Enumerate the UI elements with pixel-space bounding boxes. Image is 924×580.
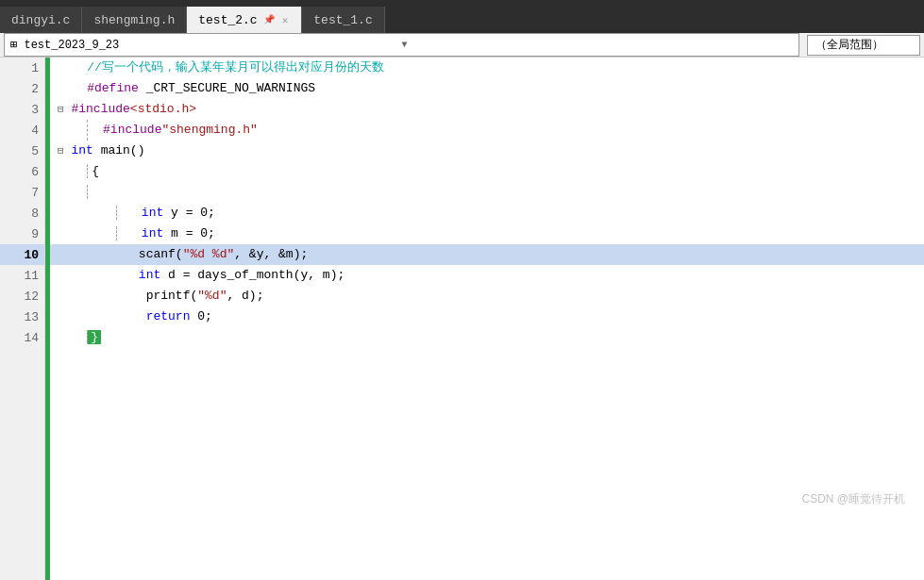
tab-test2[interactable]: test_2.c 📌 ✕ <box>187 7 302 33</box>
code-line-empty-6 <box>50 452 924 472</box>
function-bar: ⊞ test_2023_9_23 ▼ （全局范围） <box>0 33 924 58</box>
line-8: 8 <box>0 203 44 224</box>
include1-keyword: #include <box>64 99 130 120</box>
indent-12 <box>58 286 146 307</box>
var-d: d = days_of_month(y, m); <box>160 265 344 286</box>
printf-func: printf( <box>146 286 198 307</box>
var-m: m = 0; <box>163 224 215 244</box>
tab-test1[interactable]: test_1.c <box>302 7 384 33</box>
line-4: 4 <box>0 120 44 141</box>
close-icon[interactable]: ✕ <box>280 14 291 26</box>
scanf-args: , &y, &m); <box>234 244 308 265</box>
indent-8 <box>58 203 119 224</box>
line-14: 14 <box>0 327 44 348</box>
function-name: ⊞ test_2023_9_23 <box>10 38 402 52</box>
pin-icon: 📌 <box>263 14 275 25</box>
line-12: 12 <box>0 286 44 307</box>
tab-test1-label: test_1.c <box>313 13 372 27</box>
fold-icon-3: ⊟ <box>58 99 64 120</box>
tab-shengming-label: shengming.h <box>93 13 175 27</box>
int-keyword-8: int <box>119 203 163 224</box>
code-line-6: { <box>50 161 924 182</box>
line-numbers: 1 2 3 4 5 6 7 8 9 10 11 12 13 14 <box>0 58 45 580</box>
code-line-empty-3 <box>50 389 924 410</box>
line-3: 3 <box>0 99 44 120</box>
line-13: 13 <box>0 307 44 327</box>
indent-13 <box>58 307 146 327</box>
indent-9 <box>58 224 119 244</box>
code-line-13: return 0; <box>50 307 924 327</box>
line-11: 11 <box>0 265 44 286</box>
int-keyword-5: int <box>64 141 93 161</box>
code-line-8: int y = 0; <box>50 203 924 224</box>
tab-shengming[interactable]: shengming.h <box>82 7 187 33</box>
code-line-10: scanf( "%d %d" , &y, &m); <box>50 244 924 265</box>
line-2: 2 <box>0 78 44 99</box>
code-line-empty-1 <box>50 348 924 369</box>
int-keyword-9: int <box>119 224 163 244</box>
scanf-format: "%d %d" <box>183 244 235 265</box>
code-line-2: #define _CRT_SECURE_NO_WARNINGS <box>50 78 924 99</box>
code-line-empty-4 <box>50 410 924 431</box>
code-line-12: printf( "%d" , d); <box>50 286 924 307</box>
editor-area: 1 2 3 4 5 6 7 8 9 10 11 12 13 14 //写一个代码… <box>0 58 924 580</box>
indent-pipe-4 <box>58 120 87 141</box>
watermark-text: CSDN @睡觉待开机 <box>801 491 905 507</box>
empty-line-7 <box>58 182 99 203</box>
comment-text-1: //写一个代码，输入某年某月可以得出对应月份的天数 <box>58 58 384 78</box>
scope-label: （全局范围） <box>815 37 883 53</box>
include2-keyword: #include <box>95 120 161 141</box>
dropdown-arrow-icon: ▼ <box>402 40 794 50</box>
line-1: 1 <box>0 58 44 78</box>
line-10: 10 <box>0 244 44 265</box>
close-brace: } <box>58 327 101 348</box>
block-indent-4 <box>87 120 95 141</box>
code-line-1: //写一个代码，输入某年某月可以得出对应月份的天数 <box>50 58 924 78</box>
printf-format: "%d" <box>197 286 227 307</box>
code-line-14: } <box>50 327 924 348</box>
line-6: 6 <box>0 161 44 182</box>
tab-dingyi[interactable]: dingyi.c <box>0 7 82 33</box>
code-line-4: #include "shengming.h" <box>50 120 924 141</box>
code-line-5: ⊟ int main() <box>50 141 924 161</box>
open-brace: { <box>58 161 99 182</box>
line-7: 7 <box>0 182 44 203</box>
indent-11 <box>58 265 116 286</box>
scope-dropdown[interactable]: （全局范围） <box>807 35 920 56</box>
code-line-empty-5 <box>50 431 924 452</box>
line-5: 5 <box>0 141 44 161</box>
int-keyword-11: int <box>116 265 160 286</box>
code-content[interactable]: //写一个代码，输入某年某月可以得出对应月份的天数 #define _CRT_S… <box>50 58 924 580</box>
fold-icon-5: ⊟ <box>58 141 64 161</box>
tab-bar: dingyi.c shengming.h test_2.c 📌 ✕ test_1… <box>0 0 924 33</box>
tab-test2-label: test_2.c <box>198 13 257 27</box>
indent-10 <box>58 244 139 265</box>
include2-path: "shengming.h" <box>161 120 257 141</box>
code-line-11: int d = days_of_month(y, m); <box>50 265 924 286</box>
define-value: _CRT_SECURE_NO_WARNINGS <box>139 78 315 99</box>
define-keyword: #define <box>58 78 139 99</box>
tab-dingyi-label: dingyi.c <box>11 13 70 27</box>
include1-path: <stdio.h> <box>130 99 196 120</box>
code-line-7 <box>50 182 924 203</box>
watermark-container: CSDN @睡觉待开机 <box>50 472 924 517</box>
code-line-3: ⊟ #include <stdio.h> <box>50 99 924 120</box>
return-val: 0; <box>190 307 211 327</box>
main-func: main() <box>93 141 145 161</box>
function-dropdown[interactable]: ⊞ test_2023_9_23 ▼ <box>4 33 799 57</box>
return-keyword: return <box>146 307 191 327</box>
line-9: 9 <box>0 224 44 244</box>
code-line-empty-2 <box>50 369 924 389</box>
printf-args: , d); <box>227 286 263 307</box>
var-y: y = 0; <box>163 203 215 224</box>
code-line-9: int m = 0; <box>50 224 924 244</box>
scanf-func: scanf( <box>139 244 183 265</box>
